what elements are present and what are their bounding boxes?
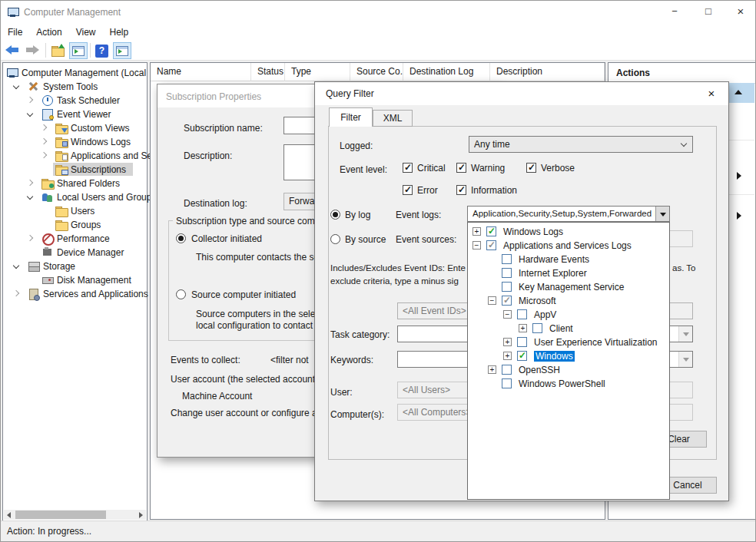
menu-file[interactable]: File [1,25,29,39]
checkbox-label-information[interactable]: Information [471,185,517,196]
menu-action[interactable]: Action [29,25,68,39]
log-checkbox[interactable] [532,323,542,333]
scrollbar-thumb[interactable] [15,511,106,519]
by-source-radio[interactable] [330,234,340,244]
log-tree-item-key-management-service[interactable]: Key Management Service [468,280,669,294]
chevron-right-icon[interactable] [27,180,33,186]
checkbox-warning[interactable]: ✓ [456,163,466,173]
tree-item-computer-management-local[interactable]: Computer Management (Local [3,66,147,80]
collapse-section-icon[interactable] [734,90,742,94]
source-initiated-radio[interactable] [176,289,186,299]
column-header-name[interactable]: Name [151,63,251,81]
checkbox-label-verbose[interactable]: Verbose [541,163,575,174]
column-header-type[interactable]: Type [285,63,350,81]
checkbox-information[interactable]: ✓ [456,185,466,195]
log-tree-label[interactable]: Client [549,323,573,334]
checkbox-verbose[interactable]: ✓ [526,163,536,173]
by-log-label[interactable]: By log [345,210,370,220]
by-source-label[interactable]: By source [345,234,386,245]
expand-node-icon[interactable]: + [488,365,496,374]
log-tree-item-hardware-events[interactable]: Hardware Events [468,253,669,266]
maximize-button[interactable]: □ [695,1,721,22]
tree-item-windows-logs[interactable]: Windows Logs [3,135,147,149]
log-checkbox[interactable] [502,365,512,375]
expand-node-icon[interactable]: + [519,324,527,332]
tree-item-custom-views[interactable]: Custom Views [3,121,147,135]
log-tree-label[interactable]: Windows [534,351,575,362]
checkbox-error[interactable]: ✓ [403,185,413,195]
dropdown-button[interactable] [678,352,692,367]
tree-item-local-users-and-groups[interactable]: Local Users and Groups [3,190,147,204]
log-tree-label[interactable]: Microsoft [519,296,556,306]
column-header-destination-log[interactable]: Destination Log [403,63,490,81]
log-checkbox[interactable] [502,378,512,388]
checkbox-label-critical[interactable]: Critical [417,163,446,174]
event-logs-combo[interactable]: Application,Security,Setup,System,Forwar… [467,206,670,222]
tree-item-services-and-applications[interactable]: Services and Applications [3,287,147,301]
chevron-down-icon[interactable] [27,193,33,200]
collapse-node-icon[interactable]: − [472,241,481,250]
log-tree-item-client[interactable]: +Client [468,322,669,335]
checkbox-label-error[interactable]: Error [417,185,438,196]
chevron-right-icon[interactable] [27,235,33,241]
log-tree-item-openssh[interactable]: +OpenSSH [468,363,669,377]
source-initiated-label[interactable]: Source computer initiated [191,289,296,300]
log-tree-item-windows-powershell[interactable]: Windows PowerShell [468,377,669,391]
log-tree-label[interactable]: Hardware Events [519,254,589,265]
tab-xml[interactable]: XML [373,110,413,127]
chevron-down-icon[interactable] [13,263,19,269]
tree-item-device-manager[interactable]: Device Manager [3,246,147,259]
log-checkbox[interactable] [517,309,527,319]
log-tree-label[interactable]: Internet Explorer [519,268,587,279]
menu-view[interactable]: View [69,25,103,39]
back-button-icon[interactable] [4,45,21,55]
scroll-left-icon[interactable] [4,510,15,520]
tree-item-groups[interactable]: Groups [3,218,147,232]
log-checkbox[interactable]: ✓ [517,351,527,361]
tree-item-users[interactable]: Users [3,204,147,218]
collector-initiated-label[interactable]: Collector initiated [191,233,262,244]
dropdown-button[interactable] [655,207,669,221]
menu-help[interactable]: Help [103,25,136,39]
log-tree-label[interactable]: AppV [534,309,556,320]
log-tree-label[interactable]: Key Management Service [519,282,624,292]
log-tree-item-appv[interactable]: −AppV [468,308,669,322]
show-action-pane-icon[interactable] [113,42,131,59]
submenu-arrow-icon[interactable] [737,172,741,180]
chevron-right-icon[interactable] [41,124,47,131]
export-list-icon[interactable] [49,42,68,59]
expand-node-icon[interactable]: + [472,227,481,236]
checkbox-label-warning[interactable]: Warning [471,163,505,174]
collector-initiated-radio[interactable] [176,233,186,243]
log-tree-label[interactable]: Windows PowerShell [519,378,605,389]
log-checkbox[interactable] [517,337,527,347]
log-tree-label[interactable]: Windows Logs [503,226,563,237]
minimize-button[interactable]: − [662,1,688,22]
forward-button-icon[interactable] [24,45,41,55]
expand-node-icon[interactable]: + [503,338,512,346]
log-tree-item-internet-explorer[interactable]: Internet Explorer [468,266,669,280]
scroll-right-icon[interactable] [135,510,146,520]
log-tree-item-windows-logs[interactable]: +✓Windows Logs [468,225,669,239]
chevron-right-icon[interactable] [41,152,47,158]
close-button[interactable]: × [728,1,754,22]
tree-item-system-tools[interactable]: System Tools [3,80,147,94]
checkbox-critical[interactable]: ✓ [403,163,413,173]
logged-combo[interactable]: Any time [469,136,693,153]
tree-item-event-viewer[interactable]: Event Viewer [3,107,147,121]
chevron-right-icon[interactable] [27,97,33,103]
log-checkbox[interactable] [502,282,512,292]
log-checkbox[interactable] [502,254,512,264]
chevron-down-icon[interactable] [27,111,33,117]
show-console-tree-icon[interactable] [69,42,88,59]
chevron-right-icon[interactable] [13,290,19,296]
tab-filter[interactable]: Filter [329,107,373,127]
collapse-node-icon[interactable]: − [488,296,496,305]
column-header-source-co-[interactable]: Source Co... [350,63,403,81]
chevron-down-icon[interactable] [13,83,19,89]
log-tree-item-microsoft[interactable]: −✓Microsoft [468,294,669,308]
by-log-radio[interactable] [330,210,340,220]
tree-item-task-scheduler[interactable]: Task Scheduler [3,94,147,107]
tree-item-disk-management[interactable]: Disk Management [3,273,147,287]
log-checkbox[interactable]: ✓ [486,226,496,236]
